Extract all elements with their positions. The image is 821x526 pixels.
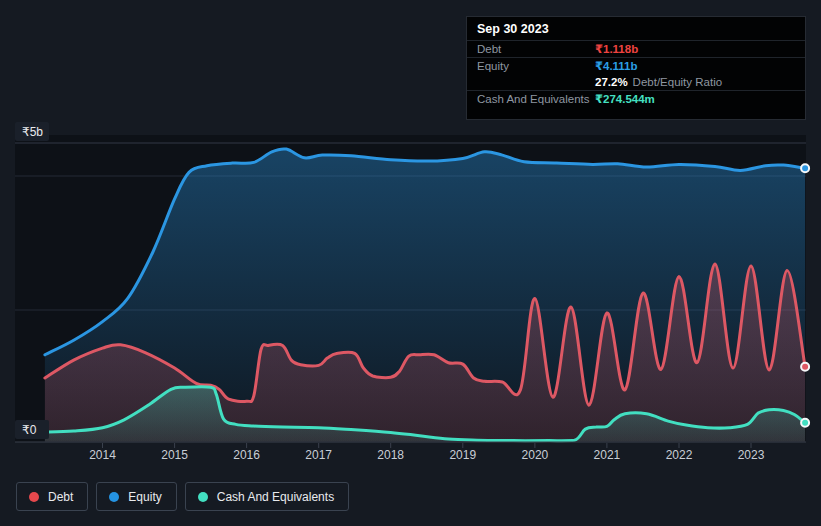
x-tick-label-2019: 2019 bbox=[449, 448, 476, 462]
tooltip-equity-row: Equity ₹4.111b bbox=[467, 58, 805, 74]
chart-legend: Debt Equity Cash And Equivalents bbox=[16, 482, 349, 511]
x-tick-label-2014: 2014 bbox=[89, 448, 116, 462]
tooltip-cash-row: Cash And Equivalents ₹274.544m bbox=[467, 91, 805, 107]
tooltip-date: Sep 30 2023 bbox=[467, 17, 805, 41]
x-tick-label-2015: 2015 bbox=[161, 448, 188, 462]
x-tick-label-2017: 2017 bbox=[305, 448, 332, 462]
y-tick-label-5: ₹5b bbox=[22, 125, 43, 139]
tooltip-cash-value: ₹274.544m bbox=[595, 92, 655, 106]
cash-series-dot-icon bbox=[198, 492, 208, 502]
x-tick-label-2021: 2021 bbox=[594, 448, 621, 462]
x-tick-label-2020: 2020 bbox=[522, 448, 549, 462]
tooltip-ratio-value: 27.2% bbox=[595, 76, 628, 88]
tooltip-ratio-row: 27.2% Debt/Equity Ratio bbox=[467, 74, 805, 91]
equity-end-marker bbox=[801, 164, 809, 172]
legend-item-equity[interactable]: Equity bbox=[96, 482, 176, 511]
tooltip-equity-value: ₹4.111b bbox=[595, 59, 638, 73]
debt-end-marker bbox=[801, 363, 809, 371]
legend-cash-label: Cash And Equivalents bbox=[217, 490, 334, 504]
tooltip-debt-value: ₹1.118b bbox=[595, 42, 638, 56]
x-tick-label-2023: 2023 bbox=[738, 448, 765, 462]
legend-item-cash[interactable]: Cash And Equivalents bbox=[185, 482, 349, 511]
cash-and-equivalents-end-marker bbox=[801, 419, 809, 427]
x-tick-label-2018: 2018 bbox=[377, 448, 404, 462]
chart-tooltip: Sep 30 2023 Debt ₹1.118b Equity ₹4.111b … bbox=[466, 16, 806, 120]
tooltip-debt-row: Debt ₹1.118b bbox=[467, 41, 805, 58]
legend-equity-label: Equity bbox=[128, 490, 161, 504]
x-tick-label-2022: 2022 bbox=[666, 448, 693, 462]
debt-equity-history-panel: 2014201520162017201820192020202120222023… bbox=[0, 0, 821, 526]
legend-item-debt[interactable]: Debt bbox=[16, 482, 88, 511]
y-tick-label-0: ₹0 bbox=[22, 423, 37, 437]
tooltip-ratio-caption: Debt/Equity Ratio bbox=[633, 76, 723, 88]
debt-series-dot-icon bbox=[29, 492, 39, 502]
tooltip-debt-label: Debt bbox=[477, 43, 595, 55]
legend-debt-label: Debt bbox=[48, 490, 73, 504]
tooltip-cash-label: Cash And Equivalents bbox=[477, 93, 595, 105]
x-tick-label-2016: 2016 bbox=[233, 448, 260, 462]
tooltip-equity-label: Equity bbox=[477, 60, 595, 72]
equity-series-dot-icon bbox=[109, 492, 119, 502]
